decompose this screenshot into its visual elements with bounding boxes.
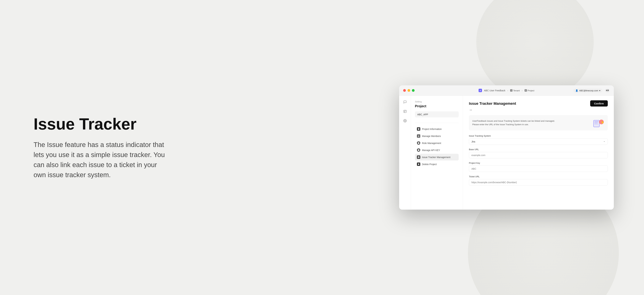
desc-line1: UserFeedback issues and Issue Tracking S… [472, 120, 555, 122]
right-panel-header: Issue Tracker Management Confirm [469, 100, 608, 107]
breadcrumb-sep-2: › [522, 89, 522, 92]
divider [415, 123, 459, 123]
title-bar-center: A ABC User Feedback › T Tenant › P Proje… [479, 89, 534, 92]
svg-rect-14 [594, 123, 598, 123]
desc-line2: Please enter the URL of the Issue Tracki… [472, 123, 528, 126]
form-group-issue-tracking-system: Issue Tracking System Jira GitHub GitLab… [469, 135, 608, 145]
svg-text:👆: 👆 [601, 120, 604, 124]
menu-label-manage-api-key: Manage API KEY [422, 149, 440, 152]
app-name: ABC User Feedback [484, 89, 506, 92]
menu-item-manage-members[interactable]: Manage Members [415, 133, 459, 139]
user-icon: 👤 [576, 89, 578, 92]
description-box: UserFeedback issues and Issue Tracking S… [469, 115, 608, 131]
svg-rect-0 [404, 110, 406, 113]
issue-tracking-system-select[interactable]: Jira GitHub GitLab Linear [469, 138, 608, 145]
sidebar-icon-feedback[interactable] [402, 99, 408, 105]
menu-label-issue-tracker: Issue Tracker Management [422, 156, 450, 159]
right-panel-title: Issue Tracker Management [469, 101, 516, 106]
form-group-base-url: Base URL [469, 148, 608, 158]
menu-icon-project-info [417, 127, 420, 131]
sidebar [399, 96, 411, 210]
svg-rect-15 [594, 124, 598, 124]
confirm-button[interactable]: Confirm [590, 100, 608, 107]
chevron-down-icon: ▾ [599, 89, 600, 92]
window-body: Setting Project Project Information Mana… [399, 96, 614, 210]
maximize-button[interactable] [412, 89, 414, 92]
svg-rect-8 [418, 156, 418, 157]
svg-point-3 [404, 120, 405, 121]
user-badge[interactable]: 👤 ABC@linecorp.com ▾ [574, 88, 602, 92]
svg-rect-11 [419, 157, 420, 158]
svg-point-7 [418, 135, 419, 136]
left-panel: Setting Project Project Information Mana… [411, 96, 463, 210]
panel-title: Project [415, 104, 459, 108]
left-content: Issue Tracker The Issue feature has a st… [34, 115, 168, 180]
menu-item-project-information[interactable]: Project Information [415, 126, 459, 132]
form-group-ticket-url: Ticket URL [469, 175, 608, 186]
app-logo: A [479, 89, 482, 92]
setting-label: Setting [415, 100, 459, 103]
form-group-project-key: Project Key [469, 162, 608, 172]
tenant-icon: T [510, 89, 512, 92]
form-label-ticket-url: Ticket URL [469, 175, 608, 178]
menu-label-delete-project: Delete Project [422, 163, 437, 166]
title-bar-right: 👤 ABC@linecorp.com ▾ KR [574, 88, 610, 93]
menu-item-delete-project[interactable]: Delete Project [415, 161, 459, 168]
menu-icon-manage-api-key [417, 149, 420, 152]
base-url-input[interactable] [469, 152, 608, 158]
menu-icon-issue-tracker [417, 156, 420, 159]
svg-rect-13 [594, 121, 598, 122]
traffic-lights [403, 89, 414, 92]
svg-rect-12 [594, 120, 600, 127]
right-panel: Issue Tracker Management Confirm → UserF… [463, 96, 614, 210]
svg-rect-9 [419, 156, 420, 157]
ticket-url-input[interactable] [469, 179, 608, 186]
breadcrumb-sep-1: › [507, 89, 508, 92]
main-heading: Issue Tracker [34, 115, 168, 133]
menu-icon-delete-project [417, 163, 420, 166]
illustration: 👆 [593, 118, 604, 128]
project-label: Project [528, 89, 534, 92]
breadcrumb-tenant[interactable]: T Tenant [510, 89, 520, 92]
menu-label-role-management: Role Management [422, 142, 441, 144]
menu-label-project-information: Project Information [422, 128, 442, 130]
tenant-label: Tenant [513, 89, 520, 92]
description-text: UserFeedback issues and Issue Tracking S… [472, 119, 590, 126]
menu-icon-role-management [417, 141, 420, 145]
project-icon: P [524, 89, 527, 92]
project-key-input[interactable] [469, 166, 608, 172]
form-label-issue-tracking-system: Issue Tracking System [469, 135, 608, 137]
form-label-base-url: Base URL [469, 148, 608, 151]
svg-rect-10 [418, 157, 418, 158]
sidebar-icon-settings[interactable] [402, 118, 408, 124]
menu-item-manage-api-key[interactable]: Manage API KEY [415, 147, 459, 154]
user-email: ABC@linecorp.com [579, 89, 598, 92]
locale-badge[interactable]: KR [605, 88, 610, 93]
project-name-input[interactable] [415, 111, 459, 117]
breadcrumb-project[interactable]: P Project [524, 89, 534, 92]
content-area: Setting Project Project Information Mana… [411, 96, 614, 210]
menu-item-role-management[interactable]: Role Management [415, 140, 459, 146]
main-description: The Issue feature has a status indicator… [34, 140, 168, 180]
menu-label-manage-members: Manage Members [422, 135, 441, 137]
menu-item-issue-tracker[interactable]: Issue Tracker Management [415, 154, 459, 161]
back-arrow[interactable]: → [469, 108, 472, 112]
minimize-button[interactable] [408, 89, 410, 92]
mac-window: A ABC User Feedback › T Tenant › P Proje… [399, 85, 614, 210]
form-label-project-key: Project Key [469, 162, 608, 164]
menu-icon-manage-members [417, 134, 420, 138]
title-bar: A ABC User Feedback › T Tenant › P Proje… [399, 85, 614, 96]
close-button[interactable] [403, 89, 406, 92]
sidebar-icon-issues[interactable] [402, 108, 408, 114]
